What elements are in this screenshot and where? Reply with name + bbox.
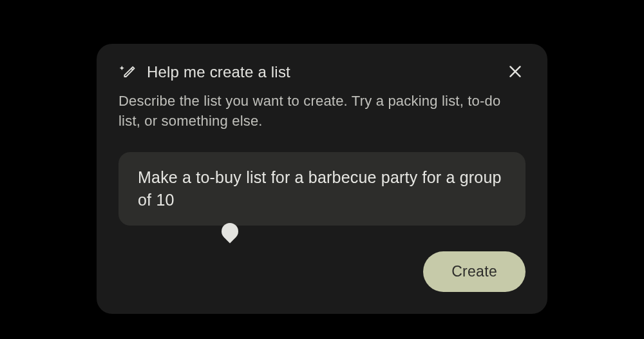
input-wrapper: Make a to-buy list for a barbecue party … — [118, 152, 526, 226]
button-row: Create — [118, 251, 526, 292]
create-list-dialog: Help me create a list Describe the list … — [97, 44, 547, 314]
dialog-header: Help me create a list — [118, 62, 526, 82]
dialog-subtitle: Describe the list you want to create. Tr… — [118, 92, 526, 131]
create-button[interactable]: Create — [423, 251, 526, 292]
close-button[interactable] — [505, 62, 526, 82]
close-icon — [507, 63, 524, 82]
magic-pen-icon — [118, 63, 137, 81]
dialog-title: Help me create a list — [147, 63, 495, 81]
list-description-input[interactable]: Make a to-buy list for a barbecue party … — [118, 152, 526, 226]
